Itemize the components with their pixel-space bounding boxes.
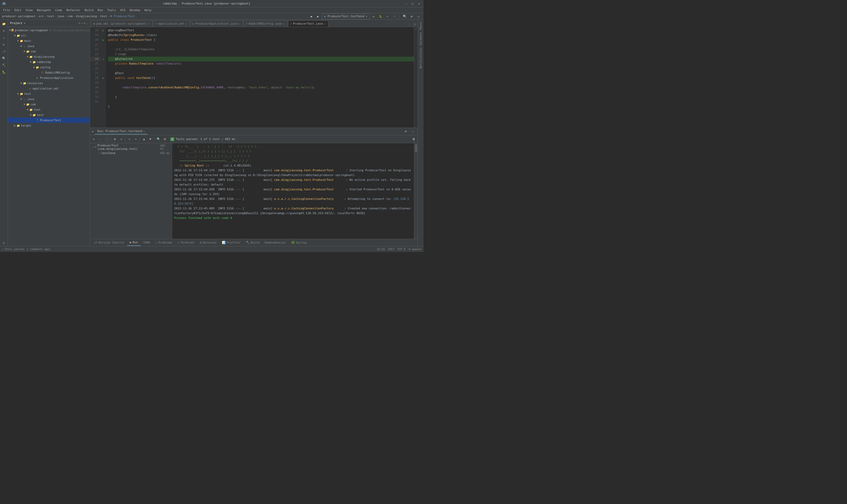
debug-manager-btn[interactable]: 🐛: [1, 69, 7, 75]
tree-item-producertest[interactable]: ▶ T ProducerTest: [8, 118, 90, 123]
breadcrumb-java[interactable]: java: [57, 15, 64, 18]
run-find-btn[interactable]: 🔍: [156, 136, 161, 142]
tree-item-com-main[interactable]: ▼ 📁 com: [8, 49, 90, 54]
structure-tool-btn[interactable]: ⊟: [1, 240, 7, 246]
notifications-panel-label[interactable]: Notifications: [419, 47, 422, 69]
run-down-btn[interactable]: ▼: [147, 136, 153, 142]
window-controls[interactable]: — □ ✕: [404, 1, 421, 6]
tab-services[interactable]: ⚙ Services: [197, 239, 219, 246]
run-button[interactable]: ▶: [371, 14, 377, 19]
tab-run[interactable]: ▶ Run: [127, 239, 141, 246]
breadcrumb-src[interactable]: src: [39, 15, 44, 18]
profile-button[interactable]: ⚡: [392, 14, 397, 19]
status-indent[interactable]: 4 spaces: [409, 248, 421, 251]
minimize-button[interactable]: —: [404, 1, 409, 6]
run-tab-main[interactable]: Run: ProducerTest.testSend ✕: [95, 129, 147, 134]
run-manager-btn[interactable]: ▶: [1, 41, 7, 48]
tab-dependencies[interactable]: Dependencies: [262, 239, 288, 246]
project-view-btn[interactable]: 📁: [1, 21, 7, 27]
run-open-btn[interactable]: ⧉: [162, 136, 168, 142]
panel-settings-btn[interactable]: ⚙: [84, 22, 85, 24]
panel-sync-btn[interactable]: ⟳: [78, 22, 80, 24]
menu-help[interactable]: Help: [142, 8, 154, 13]
console-scrollbar-thumb[interactable]: [415, 144, 417, 152]
tab-todo[interactable]: TODO: [141, 239, 153, 246]
run-check-btn[interactable]: ✓: [97, 136, 103, 142]
run-expand-btn[interactable]: ⇔: [133, 136, 139, 142]
run-filter-btn[interactable]: ⊞: [112, 136, 118, 142]
tree-item-com-test[interactable]: ▼ 📁 com: [8, 102, 90, 107]
tab-terminal[interactable]: ▷ Terminal: [175, 239, 197, 246]
menu-vcs[interactable]: VCS: [118, 8, 128, 13]
maven-panel-label[interactable]: Maven: [419, 21, 422, 31]
database-panel-label[interactable]: Database: [419, 31, 422, 46]
tab-version-control[interactable]: ⎇ Version Control: [91, 239, 127, 246]
run-settings-btn[interactable]: ⚙: [403, 129, 409, 134]
breadcrumb-test[interactable]: test: [47, 15, 54, 18]
breadcrumb-root[interactable]: producer-springboot: [2, 15, 35, 18]
tree-item-target[interactable]: ▶ 📁 target: [8, 123, 90, 128]
menu-file[interactable]: File: [1, 8, 13, 13]
menu-navigate[interactable]: Navigate: [35, 8, 53, 13]
gutter-run-18[interactable]: ▶: [101, 28, 106, 33]
run-tree-testsend[interactable]: ✓ testSend 403 ms: [90, 150, 172, 156]
menu-window[interactable]: Window: [128, 8, 142, 13]
maximize-button[interactable]: □: [410, 1, 415, 6]
tab-rabbitmqconfig[interactable]: J RabbitMQConfig.java ✕: [244, 20, 288, 27]
tab-problems[interactable]: ⚠ Problems: [153, 239, 175, 246]
menu-refactor[interactable]: Refactor: [64, 8, 83, 13]
tree-item-test[interactable]: ▼ 📁 test: [8, 91, 90, 96]
tree-item-producerapplication[interactable]: ▶ ▶ ProducerApplication: [8, 75, 90, 80]
tab-yml-close[interactable]: ✕: [186, 22, 187, 25]
tree-item-test-pkg[interactable]: ▼ 📁 test: [8, 112, 90, 118]
tab-profiler[interactable]: 📊 Profiler: [219, 239, 243, 246]
gutter-run-28[interactable]: ▶: [101, 76, 106, 80]
run-sort-btn[interactable]: ↕: [118, 136, 124, 142]
nav-back-btn[interactable]: ◀: [308, 14, 314, 19]
tree-item-rabbitmq[interactable]: ▼ 📁 rabbitmq: [8, 59, 90, 65]
breadcrumb-test2[interactable]: test: [100, 15, 107, 18]
maven-btn[interactable]: m: [413, 21, 417, 27]
tree-item-resources[interactable]: ▼ 📁 resources: [8, 80, 90, 86]
run-trash-btn[interactable]: 🗑: [411, 136, 417, 142]
tree-item-main[interactable]: ▼ 📁 main: [8, 38, 90, 43]
settings-btn[interactable]: ⚙: [409, 14, 415, 19]
find-btn[interactable]: 🔍: [1, 55, 7, 61]
stop-btn[interactable]: ⬛: [104, 136, 110, 142]
breadcrumb-com[interactable]: com: [68, 15, 73, 18]
menu-tools[interactable]: Tools: [105, 8, 118, 13]
menu-build[interactable]: Build: [83, 8, 95, 13]
menu-edit[interactable]: Edit: [13, 8, 24, 13]
tab-producertest-close[interactable]: ✕: [324, 22, 326, 25]
nav-forward-btn[interactable]: ▶: [315, 14, 321, 19]
tree-item-java-test[interactable]: ▼ ☕ java: [8, 96, 90, 102]
tab-producerapplication-close[interactable]: ✕: [239, 22, 240, 25]
build-btn[interactable]: 🔨: [1, 62, 7, 68]
run-minimize-btn[interactable]: —: [410, 129, 416, 134]
tree-item-config[interactable]: ▼ 📁 config: [8, 65, 90, 70]
tree-item-dingjiaxiong-main[interactable]: ▼ 📁 dingjiaxiong: [8, 54, 90, 59]
tab-spring[interactable]: 🌿 Spring: [289, 239, 309, 246]
tree-item-src[interactable]: ▼ 📁 src: [8, 33, 90, 38]
gutter-run-20[interactable]: ▶: [101, 38, 106, 42]
panel-collapse-btn[interactable]: ↕: [81, 22, 83, 24]
tab-options-btn[interactable]: ⋮: [407, 22, 411, 27]
run-up-btn[interactable]: ▲: [141, 136, 147, 142]
tab-pom[interactable]: ≡ pom.xml (producer-springboot) ✕: [91, 20, 153, 27]
tab-rabbitmqconfig-close[interactable]: ✕: [283, 22, 285, 25]
status-line-col[interactable]: 24:43: [377, 248, 385, 251]
run-config-selector[interactable]: ▶ ProducerTest.testSend ▼: [322, 14, 370, 19]
tree-item-yml[interactable]: ▶ ≡ application.yml: [8, 86, 90, 91]
update-btn[interactable]: ↻: [416, 14, 421, 19]
rerun-btn[interactable]: ▶: [91, 136, 97, 142]
tree-item-rabbitmqconfig[interactable]: ▶ C RabbitMQConfig: [8, 70, 90, 75]
breadcrumb-current[interactable]: ⚑ ProducerTest: [110, 15, 135, 18]
search-everywhere-btn[interactable]: 🔍: [402, 14, 408, 19]
tab-producertest[interactable]: J ProducerTest.java ✕: [288, 20, 328, 27]
panel-gear-btn[interactable]: …: [86, 22, 88, 24]
structure-btn[interactable]: ⊞: [1, 28, 7, 34]
tab-build[interactable]: 🔨 Build: [243, 239, 262, 246]
run-collapse-btn[interactable]: ↕: [127, 136, 132, 142]
tree-item-dingjiaxiong-test[interactable]: ▼ 📁 test: [8, 107, 90, 112]
tab-yml[interactable]: ≡ application.yml ✕: [153, 20, 190, 27]
